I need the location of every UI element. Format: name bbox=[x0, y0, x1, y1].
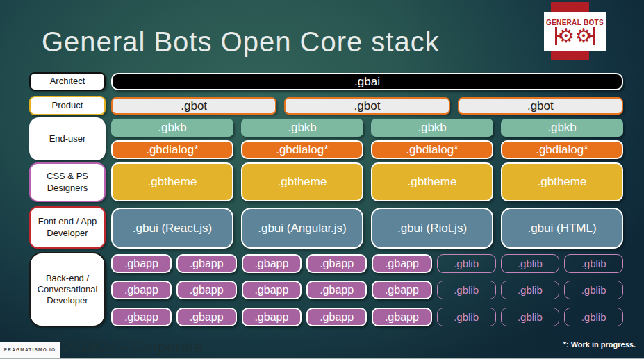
gbtheme-box: .gbtheme bbox=[111, 162, 233, 201]
label-product: Product bbox=[29, 96, 106, 115]
gbot-box: .gbot bbox=[284, 97, 449, 115]
gbkb-box: .gbkb bbox=[241, 119, 363, 137]
gbapp-box: .gbapp bbox=[242, 308, 302, 326]
gbapp-box: .gbapp bbox=[176, 254, 237, 273]
gbapp-box: .gbapp bbox=[242, 254, 302, 273]
gbdialog-row: .gbdialog* .gbdialog* .gbdialog* .gbdial… bbox=[111, 140, 623, 159]
gbapp-box: .gbapp bbox=[176, 308, 237, 326]
gbtheme-row: .gbtheme .gbtheme .gbtheme .gbtheme bbox=[111, 162, 623, 201]
gbapp-box: .gbapp bbox=[176, 281, 237, 299]
gbui-box: .gbui (Riot.js) bbox=[371, 208, 493, 249]
label-backend-conversational-developer: Back-end / Conversational Developer bbox=[29, 252, 106, 327]
logo-bar-icon bbox=[555, 27, 557, 45]
gbapp-box: .gbapp bbox=[372, 281, 432, 299]
gbkb-row: .gbkb .gbkb .gbkb .gbkb bbox=[111, 119, 623, 137]
gbot-box: .gbot bbox=[111, 97, 276, 115]
work-in-progress-note: *: Work in progress. bbox=[563, 340, 636, 349]
gbui-box: .gbui (React.js) bbox=[111, 208, 233, 249]
gbapp-box: .gbapp bbox=[372, 308, 432, 326]
gbui-box: .gbui (Angular.js) bbox=[241, 208, 363, 249]
gbapp-box: .gbapp bbox=[306, 281, 367, 299]
gblib-box: .gblib bbox=[437, 254, 496, 273]
label-end-user: End-user bbox=[29, 117, 106, 160]
gbapp-box: .gbapp bbox=[242, 281, 302, 299]
gbtheme-box: .gbtheme bbox=[241, 162, 363, 201]
gbot-box: .gbot bbox=[458, 97, 623, 115]
gbapp-box: .gbapp bbox=[111, 281, 172, 299]
backend-row: .gbapp .gbapp .gbapp .gbapp .gbapp .gbli… bbox=[111, 254, 623, 273]
gbapp-box: .gbapp bbox=[111, 254, 172, 273]
gbkb-box: .gbkb bbox=[111, 119, 233, 137]
slide: GENERAL BOTS ⚙ ⚙ General Bots Open Core … bbox=[0, 0, 644, 359]
gbdialog-box: .gbdialog* bbox=[111, 140, 233, 159]
gblib-box: .gblib bbox=[437, 308, 496, 326]
gbui-row: .gbui (React.js) .gbui (Angular.js) .gbu… bbox=[111, 208, 623, 249]
gbai-bar: .gbai bbox=[111, 73, 623, 90]
backend-row: .gbapp .gbapp .gbapp .gbapp .gbapp .gbli… bbox=[111, 308, 623, 326]
gblib-box: .gblib bbox=[564, 281, 623, 299]
page-title: General Bots Open Core stack bbox=[42, 26, 440, 58]
gblib-box: .gblib bbox=[501, 281, 560, 299]
label-architect: Architect bbox=[29, 72, 106, 91]
logo-bar-icon bbox=[593, 27, 595, 45]
gbot-row: .gbot .gbot .gbot bbox=[111, 97, 623, 115]
gblib-box: .gblib bbox=[501, 308, 560, 326]
gbtheme-box: .gbtheme bbox=[371, 162, 493, 201]
label-frontend-app-developer: Font end / App Developer bbox=[29, 206, 106, 249]
gbdialog-box: .gbdialog* bbox=[501, 140, 623, 159]
gblib-box: .gblib bbox=[501, 254, 560, 273]
gbkb-box: .gbkb bbox=[501, 119, 623, 137]
gbapp-box: .gbapp bbox=[111, 308, 172, 326]
gbapp-box: .gbapp bbox=[306, 308, 367, 326]
gbdialog-box: .gbdialog* bbox=[371, 140, 493, 159]
label-css-ps-designers: CSS & PS Designers bbox=[29, 162, 106, 202]
gbkb-box: .gbkb bbox=[371, 119, 493, 137]
backend-row: .gbapp .gbapp .gbapp .gbapp .gbapp .gbli… bbox=[111, 281, 623, 299]
logo-gears: ⚙ ⚙ bbox=[555, 27, 595, 45]
slide-caption: 2018Q4 - Corporate bbox=[61, 338, 204, 356]
pragmatismo-logo: PRAGMATISMO.IO bbox=[0, 342, 60, 358]
gbui-box: .gbui (HTML) bbox=[501, 208, 623, 249]
gblib-box: .gblib bbox=[437, 281, 496, 299]
gblib-box: .gblib bbox=[564, 254, 623, 273]
gbapp-box: .gbapp bbox=[372, 254, 432, 273]
gbdialog-box: .gbdialog* bbox=[241, 140, 363, 159]
gbapp-box: .gbapp bbox=[306, 254, 367, 273]
general-bots-logo: GENERAL BOTS ⚙ ⚙ bbox=[544, 12, 606, 51]
gbtheme-box: .gbtheme bbox=[501, 162, 623, 201]
gblib-box: .gblib bbox=[564, 308, 623, 326]
